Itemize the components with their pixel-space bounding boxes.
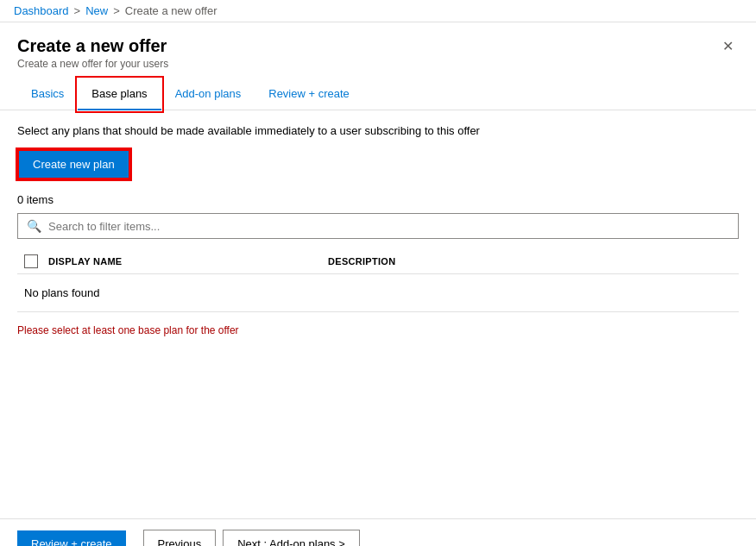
tab-review-create[interactable]: Review + create xyxy=(255,78,363,110)
breadcrumb: Dashboard > New > Create a new offer xyxy=(14,4,742,17)
previous-button[interactable]: Previous xyxy=(143,530,217,546)
section-description: Select any plans that should be made ava… xyxy=(17,124,739,137)
next-button[interactable]: Next : Add-on plans > xyxy=(223,530,360,546)
tab-addon-plans[interactable]: Add-on plans xyxy=(161,78,255,110)
col-header-description: DESCRIPTION xyxy=(328,256,732,267)
tab-basics[interactable]: Basics xyxy=(17,78,78,110)
create-new-plan-button[interactable]: Create new plan xyxy=(17,149,130,179)
panel-subtitle: Create a new offer for your users xyxy=(17,58,168,70)
panel-body: Select any plans that should be made ava… xyxy=(0,110,756,518)
panel-title-group: Create a new offer Create a new offer fo… xyxy=(17,36,168,70)
search-icon: 🔍 xyxy=(27,219,41,233)
search-box: 🔍 xyxy=(17,213,739,239)
table-header: DISPLAY NAME DESCRIPTION xyxy=(17,249,739,274)
panel: Create a new offer Create a new offer fo… xyxy=(0,22,756,546)
close-button[interactable]: ✕ xyxy=(717,36,739,56)
breadcrumb-dashboard[interactable]: Dashboard xyxy=(14,4,69,17)
breadcrumb-sep-1: > xyxy=(74,4,81,17)
review-create-button[interactable]: Review + create xyxy=(17,530,126,546)
no-plans-message: No plans found xyxy=(17,274,739,312)
error-message: Please select at least one base plan for… xyxy=(17,324,739,336)
panel-footer: Review + create Previous Next : Add-on p… xyxy=(0,518,756,546)
breadcrumb-new[interactable]: New xyxy=(85,4,108,17)
col-header-display-name: DISPLAY NAME xyxy=(48,256,318,267)
tab-base-plans[interactable]: Base plans xyxy=(78,78,161,110)
footer-right: Previous Next : Add-on plans > xyxy=(143,530,360,546)
select-all-checkbox[interactable] xyxy=(24,254,38,268)
page-title: Create a new offer xyxy=(17,36,168,56)
panel-header: Create a new offer Create a new offer fo… xyxy=(0,22,756,78)
footer-left: Review + create xyxy=(17,530,126,546)
tabs-bar: Basics Base plans Add-on plans Review + … xyxy=(0,78,756,110)
items-count: 0 items xyxy=(17,193,739,206)
breadcrumb-sep-2: > xyxy=(113,4,120,17)
breadcrumb-current: Create a new offer xyxy=(125,4,217,17)
search-input[interactable] xyxy=(48,220,729,233)
